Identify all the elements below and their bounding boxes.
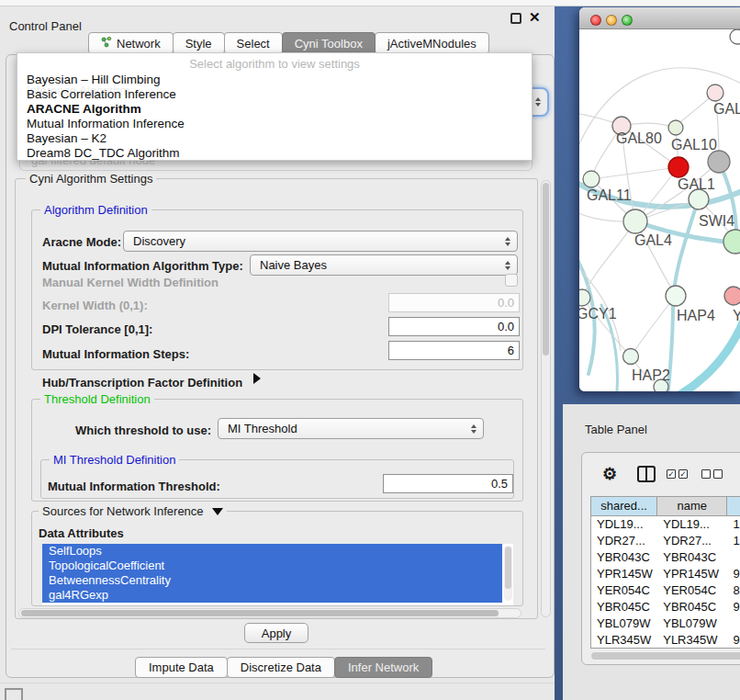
kernel-width-label: Kernel Width (0,1): [42, 299, 148, 312]
float-panel-icon[interactable] [510, 13, 521, 24]
checked-checkbox-icon: ✓ [667, 469, 676, 479]
algorithm-hint: Select algorithm to view settings [17, 53, 532, 73]
column-layout-icon[interactable] [637, 466, 656, 482]
which-threshold-label: Which threshold to use: [75, 423, 211, 437]
network-node[interactable] [707, 85, 723, 101]
table-row[interactable]: YER054CYER054C8. [591, 582, 740, 599]
threshold-definition-title: Threshold Definition [40, 392, 154, 406]
node-label-gal11: GAL11 [587, 187, 632, 204]
network-node[interactable] [730, 29, 740, 44]
scrollbar-thumb[interactable] [505, 547, 511, 589]
list-item-betweennesscentrality[interactable]: BetweennessCentrality [42, 573, 502, 588]
mi-threshold-input[interactable]: 0.5 [383, 474, 513, 493]
network-node-salmon[interactable] [724, 287, 740, 305]
algo-option-bayesian-k2[interactable]: Bayesian – K2 [17, 131, 532, 146]
control-panel-tabs: Network Style Select Cyni Toolbox jActiv… [88, 32, 488, 54]
zoom-traffic-light[interactable] [622, 15, 633, 26]
list-scrollbar[interactable] [504, 546, 512, 601]
network-node-gal4[interactable] [623, 209, 647, 233]
network-node-hap2[interactable] [623, 349, 639, 365]
algo-option-mutual-information[interactable]: Mutual Information Inference [17, 117, 532, 131]
close-icon[interactable]: ✕ [529, 9, 541, 26]
table-row[interactable]: YPR145WYPR145W9. [591, 566, 740, 582]
which-threshold-combo[interactable]: MI Threshold [218, 418, 484, 439]
sources-group-title: Sources for Network Inference [39, 504, 227, 518]
tab-infer-network[interactable]: Infer Network [334, 657, 432, 678]
minimize-traffic-light[interactable] [606, 15, 617, 26]
deselect-all-checkboxes-icon[interactable] [701, 469, 723, 479]
inference-algorithm-ghost-label: Inference Algorithm [27, 84, 129, 97]
mi-type-label: Mutual Information Algorithm Type: [42, 259, 243, 273]
node-label-gal1: GAL1 [678, 176, 715, 193]
table-horizontal-scrollbar[interactable] [590, 651, 740, 660]
aracne-mode-combo[interactable]: Discovery [123, 231, 518, 252]
dock-panel-icon[interactable] [5, 688, 23, 700]
dpi-tolerance-input[interactable]: 0.0 [388, 317, 520, 336]
network-node-gray[interactable] [708, 151, 730, 173]
apply-button[interactable]: Apply [244, 623, 308, 643]
table-row[interactable]: YDL19...YDL19...13 [591, 516, 740, 533]
algo-option-aracne[interactable]: ARACNE Algorithm [17, 102, 532, 117]
network-view-window[interactable]: GAL80 GAL10 GAL1 GAL11 SWI4 GAL4 GCY1 HA… [579, 7, 740, 391]
tab-discretize-data[interactable]: Discretize Data [227, 657, 335, 678]
list-item-topologicalcoefficient[interactable]: TopologicalCoefficient [42, 559, 502, 573]
checked-checkbox-icon: ✓ [678, 469, 688, 479]
table-row[interactable]: YLR345WYLR345W9. [591, 632, 740, 649]
table-row[interactable]: YBR045CYBR045C9. [591, 599, 740, 615]
dpi-tolerance-label: DPI Tolerance [0,1]: [42, 322, 152, 336]
tab-cyni-toolbox[interactable]: Cyni Toolbox [282, 32, 376, 54]
node-label-gal10: GAL10 [671, 137, 717, 153]
network-node-gal11[interactable] [583, 171, 600, 187]
node-label-y-clipped: Y [733, 308, 740, 324]
close-traffic-light[interactable] [590, 15, 601, 26]
algorithm-dropdown-popup: Inference Algorithm Select algorithm to … [17, 52, 533, 161]
table-row[interactable]: YBR043CYBR043C [591, 549, 740, 566]
list-item-selfloops[interactable]: SelfLoops [42, 544, 502, 559]
tab-style[interactable]: Style [173, 32, 225, 54]
mi-threshold-group-title: MI Threshold Definition [50, 453, 179, 467]
network-node-gal1-red[interactable] [668, 157, 689, 177]
stepper-icon [535, 97, 541, 107]
node-attribute-table: shared... name A YDL19...YDL19...13 YDR2… [590, 496, 740, 649]
tab-network[interactable]: Network [88, 32, 174, 54]
column-header-clipped[interactable]: A [727, 497, 740, 515]
scrollbar-thumb[interactable] [21, 610, 499, 616]
tab-select[interactable]: Select [224, 32, 283, 54]
expand-right-icon[interactable] [253, 373, 261, 384]
node-label-hap4: HAP4 [677, 308, 715, 324]
table-row[interactable]: YDR27...YDR27...12 [591, 533, 740, 549]
manual-kernel-checkbox[interactable] [505, 274, 518, 287]
manual-kernel-label: Manual Kernel Width Definition [42, 276, 219, 289]
mi-steps-label: Mutual Information Steps: [42, 347, 189, 361]
algo-option-dream8[interactable]: Dream8 DC_TDC Algorithm [17, 146, 532, 161]
table-panel-title: Table Panel [585, 423, 647, 436]
collapse-icon[interactable] [212, 508, 223, 515]
network-node-gcy1[interactable] [579, 289, 590, 306]
kernel-width-input[interactable]: 0.0 [388, 293, 520, 312]
gear-icon[interactable]: ⚙ [602, 466, 617, 482]
settings-vertical-scrollbar[interactable] [541, 180, 551, 617]
column-header-shared[interactable]: shared... [591, 497, 657, 515]
stepper-icon [471, 424, 477, 434]
network-window-titlebar[interactable] [579, 7, 740, 29]
network-node-green[interactable] [723, 230, 740, 254]
stepper-icon [505, 261, 510, 270]
column-header-name[interactable]: name [657, 497, 727, 515]
network-node-hap4[interactable] [666, 286, 686, 306]
mi-type-combo[interactable]: Naive Bayes [250, 254, 518, 276]
mi-steps-input[interactable]: 6 [388, 341, 520, 360]
cyni-bottom-tabs: Impute Data Discretize Data Infer Networ… [135, 657, 432, 678]
network-canvas[interactable]: GAL80 GAL10 GAL1 GAL11 SWI4 GAL4 GCY1 HA… [579, 29, 740, 391]
data-attributes-label: Data Attributes [39, 526, 124, 540]
scrollbar-thumb[interactable] [591, 652, 740, 660]
table-row[interactable]: YBL079WYBL079W [591, 615, 740, 632]
list-item-gal4rgexp[interactable]: gal4RGexp [42, 588, 502, 603]
unchecked-checkbox-icon [713, 469, 723, 479]
tab-impute-data[interactable]: Impute Data [135, 657, 228, 678]
control-panel-titlebar: Control Panel [0, 7, 555, 29]
scrollbar-thumb[interactable] [543, 183, 549, 356]
select-all-checkboxes-icon[interactable]: ✓ ✓ [667, 469, 688, 479]
network-node-gal10[interactable] [668, 120, 683, 135]
tab-jactivemnodules[interactable]: jActiveMNodules [375, 32, 489, 54]
settings-horizontal-scrollbar[interactable] [18, 608, 521, 618]
